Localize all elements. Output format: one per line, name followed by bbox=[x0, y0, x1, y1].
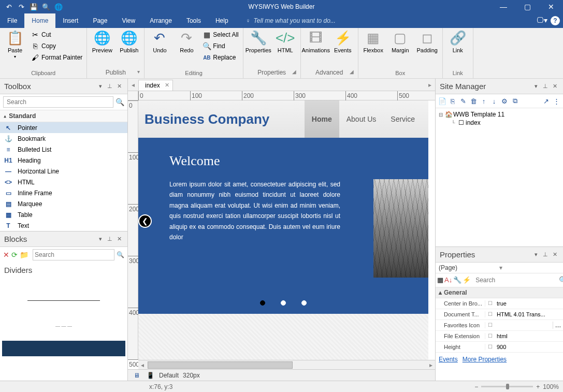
help-icon[interactable]: ? bbox=[551, 16, 560, 25]
property-row[interactable]: File Extension☐html bbox=[436, 331, 563, 342]
edit-icon[interactable]: ✎ bbox=[458, 96, 468, 106]
tab-prev-icon[interactable]: ◂ bbox=[129, 80, 137, 90]
canvas[interactable]: 0100200300400500 0100200300400500 Busine… bbox=[128, 91, 435, 369]
property-value[interactable]: html bbox=[495, 333, 563, 339]
carousel-prev-icon[interactable]: ❮ bbox=[138, 214, 152, 228]
site-title[interactable]: Business Company bbox=[145, 111, 305, 127]
redo-icon[interactable]: ↷ bbox=[17, 2, 26, 11]
divider-preview-1[interactable] bbox=[2, 280, 125, 321]
menu-icon[interactable]: ⋮ bbox=[552, 96, 561, 106]
close-icon[interactable]: ✕ bbox=[115, 82, 123, 91]
toolbox-item-pointer[interactable]: ↖Pointer bbox=[0, 122, 127, 133]
hero-section[interactable]: Welcome Lorem ipsum dolor sit amet, cons… bbox=[138, 138, 428, 314]
toolbox-item-text[interactable]: TText bbox=[0, 220, 127, 231]
property-row[interactable]: Center in Bro...☐true bbox=[436, 298, 563, 309]
nav-home[interactable]: Home bbox=[305, 100, 339, 138]
web-icon[interactable]: 🌐 bbox=[54, 2, 63, 11]
pin-icon[interactable]: ⊥ bbox=[541, 250, 550, 258]
publish-button[interactable]: 🌐Publish bbox=[116, 29, 142, 54]
search-icon[interactable]: 🔍 bbox=[116, 98, 124, 106]
menu-tools[interactable]: Tools bbox=[179, 13, 208, 28]
zoom-value[interactable]: 100% bbox=[543, 383, 559, 390]
scroll-left-icon[interactable]: ◂ bbox=[138, 361, 147, 369]
search-icon[interactable]: 🔍 bbox=[117, 251, 124, 258]
zoom-in-icon[interactable]: + bbox=[536, 383, 540, 390]
minimize-button[interactable]: — bbox=[492, 0, 515, 13]
pin-icon[interactable]: ⊥ bbox=[106, 82, 114, 91]
menu-home[interactable]: Home bbox=[24, 13, 55, 28]
paste-button[interactable]: 📋Paste▾ bbox=[2, 29, 28, 60]
new-page-icon[interactable]: 📄 bbox=[438, 96, 447, 106]
format-painter-button[interactable]: 🖌Format Painter bbox=[29, 52, 84, 63]
property-search-input[interactable] bbox=[474, 275, 555, 285]
dot-1[interactable] bbox=[260, 300, 265, 306]
delete-icon[interactable]: 🗑 bbox=[469, 96, 478, 106]
events-button[interactable]: ⚡Events bbox=[330, 29, 356, 54]
tree-page-index[interactable]: └☐index bbox=[438, 119, 561, 127]
menu-page[interactable]: Page bbox=[85, 13, 114, 28]
folder-icon[interactable]: 📁 bbox=[20, 250, 28, 260]
copy-page-icon[interactable]: ⎘ bbox=[448, 96, 457, 106]
more-properties-link[interactable]: More Properties bbox=[463, 356, 507, 363]
toolbox-item-heading[interactable]: H1Heading bbox=[0, 155, 127, 166]
property-value[interactable]: true bbox=[495, 300, 563, 307]
property-row[interactable]: Favorites Icon☐… bbox=[436, 320, 563, 331]
preview-button[interactable]: 🌐Preview bbox=[89, 29, 115, 54]
content-section[interactable] bbox=[138, 314, 428, 360]
refresh-icon[interactable]: ⟳ bbox=[11, 250, 18, 260]
down-icon[interactable]: ↓ bbox=[489, 96, 499, 106]
toolbox-item-table[interactable]: ▦Table bbox=[0, 209, 127, 220]
divider-preview-3[interactable] bbox=[2, 341, 125, 356]
clone-icon[interactable]: ⧉ bbox=[510, 96, 519, 106]
toolbox-category[interactable]: ▴Standard bbox=[0, 110, 127, 122]
document-tab-index[interactable]: index✕ bbox=[138, 80, 173, 91]
zoom-slider[interactable] bbox=[481, 386, 533, 387]
toolbox-item-bulleted-list[interactable]: ≡Bulleted List bbox=[0, 144, 127, 155]
hero-image[interactable] bbox=[373, 179, 428, 278]
close-icon[interactable]: ✕ bbox=[115, 235, 123, 243]
page-canvas[interactable]: Business Company Home About Us Service W… bbox=[138, 100, 428, 360]
categorize-icon[interactable]: ▦ bbox=[437, 275, 443, 285]
property-row[interactable]: Height☐900 bbox=[436, 342, 563, 353]
redo-button[interactable]: ↷Redo bbox=[174, 29, 199, 54]
dropdown-icon[interactable]: ▾ bbox=[96, 82, 105, 91]
zoom-icon[interactable]: 🔍 bbox=[41, 2, 51, 11]
select-all-button[interactable]: ▦Select All bbox=[200, 29, 240, 40]
scroll-thumb[interactable] bbox=[148, 361, 293, 369]
dropdown-icon[interactable]: ▾ bbox=[96, 235, 105, 243]
breakpoint-label[interactable]: Default bbox=[159, 372, 179, 379]
bolt-icon[interactable]: ⚡ bbox=[463, 275, 471, 285]
browse-button[interactable]: … bbox=[553, 322, 563, 329]
toolbox-item-html[interactable]: <>HTML bbox=[0, 177, 127, 187]
zoom-out-icon[interactable]: − bbox=[474, 383, 478, 390]
hero-title[interactable]: Welcome bbox=[169, 153, 397, 169]
props-icon[interactable]: ⚙ bbox=[500, 96, 509, 106]
tell-me-search[interactable]: ♀Tell me what you want to do... bbox=[246, 17, 336, 24]
mobile-icon[interactable]: 📱 bbox=[146, 371, 155, 380]
blocks-search-input[interactable] bbox=[33, 249, 114, 260]
nav-service[interactable]: Service bbox=[383, 100, 422, 138]
menu-arrange[interactable]: Arrange bbox=[142, 13, 179, 28]
toolbox-item-inline-frame[interactable]: ▭Inline Frame bbox=[0, 187, 127, 198]
cut-button[interactable]: ✂Cut bbox=[29, 29, 84, 40]
property-value[interactable]: HTML 4.01 Trans... bbox=[495, 311, 563, 317]
wrench-icon[interactable]: 🔧 bbox=[453, 275, 461, 285]
property-value[interactable]: 900 bbox=[495, 344, 563, 350]
save-icon[interactable]: 💾 bbox=[29, 2, 38, 11]
menu-view[interactable]: View bbox=[114, 13, 142, 28]
search-icon[interactable]: 🔍 bbox=[556, 276, 563, 284]
h-scrollbar[interactable]: ◂ ▸ bbox=[138, 360, 435, 369]
property-category[interactable]: ▴General bbox=[436, 287, 563, 298]
sort-icon[interactable]: A↓ bbox=[444, 275, 452, 285]
flexbox-button[interactable]: ▦Flexbox bbox=[360, 29, 386, 54]
close-icon[interactable]: ✕ bbox=[551, 82, 559, 91]
tree-root[interactable]: ⊟🏠WWB Template 11 bbox=[438, 110, 561, 119]
find-button[interactable]: 🔍Find bbox=[200, 40, 240, 52]
delete-icon[interactable]: ✕ bbox=[3, 250, 9, 260]
close-button[interactable]: ✕ bbox=[539, 0, 563, 13]
replace-button[interactable]: ABReplace bbox=[200, 52, 240, 63]
property-selector[interactable]: (Page)▾ bbox=[436, 263, 563, 273]
export-icon[interactable]: ↗ bbox=[541, 96, 551, 106]
up-icon[interactable]: ↑ bbox=[479, 96, 488, 106]
nav-about[interactable]: About Us bbox=[339, 100, 384, 138]
